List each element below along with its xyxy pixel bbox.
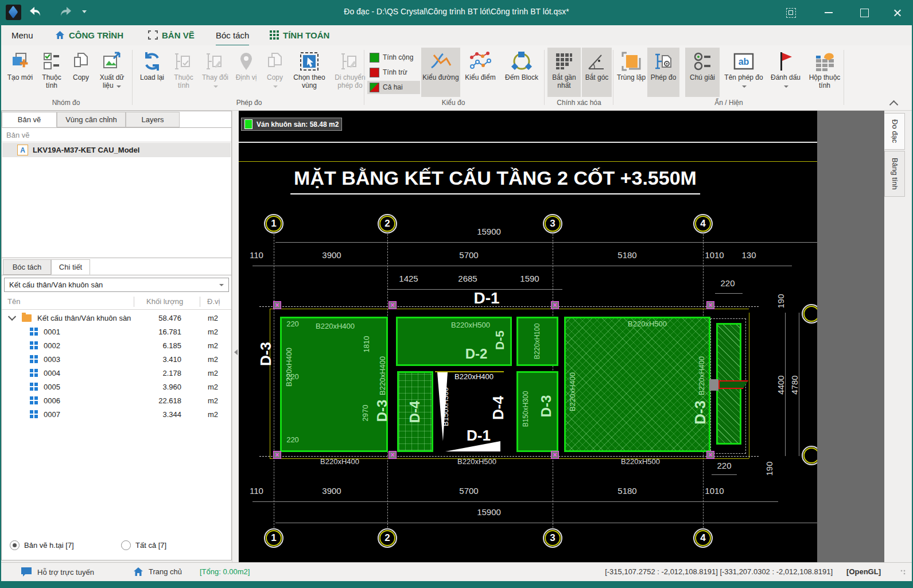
dim-label: 3900 bbox=[322, 250, 341, 260]
table-row[interactable]: 00026.185m2 bbox=[2, 338, 231, 352]
radio-tat-ca[interactable]: Tất cả [7] bbox=[121, 540, 166, 550]
copy-phep-do-button[interactable]: Copy bbox=[262, 48, 288, 97]
region-name: D-4 bbox=[489, 396, 507, 420]
menu-tab-menu[interactable]: Menu bbox=[11, 25, 33, 45]
ribbon-group-label: Phép đo bbox=[137, 99, 362, 107]
right-dock: Đo đạc Bảng tính bbox=[884, 111, 912, 562]
row-unit: m2 bbox=[208, 410, 218, 419]
total-readout: [Tổng: 0.00m2] bbox=[200, 567, 250, 576]
ca-hai-button[interactable]: Cả hai bbox=[367, 81, 420, 94]
dim-label: 5180 bbox=[617, 486, 636, 496]
tab-vung-can-chinh[interactable]: Vùng căn chỉnh bbox=[57, 112, 126, 127]
thuoc-tinh-nhom-button[interactable]: Thuộc tính bbox=[37, 48, 67, 97]
table-header: Tên Khối lượng Đ.vị bbox=[2, 295, 231, 310]
property-box-icon bbox=[814, 49, 836, 73]
tab-ban-ve[interactable]: Bản vẽ bbox=[2, 112, 57, 127]
table-row[interactable]: 000622.618m2 bbox=[2, 394, 231, 407]
row-name: 0006 bbox=[44, 396, 60, 405]
ribbon-group-phep-do: Load lại Thuộc tính Thay đổi Định vị Cop… bbox=[137, 48, 370, 97]
table-row[interactable]: 00073.344m2 bbox=[2, 407, 231, 421]
menu-bar: Menu CÔNG TRÌNH BẢN VẼ Bóc tách TÍNH TOÁ… bbox=[0, 25, 913, 46]
tinh-tru-button[interactable]: Tính trừ bbox=[367, 66, 420, 79]
ribbon-toolbar: Tạo mới Thuộc tính Copy Xuất dữ liệu Nhó… bbox=[0, 45, 913, 111]
dwg-file-icon: A bbox=[17, 145, 28, 155]
drawing-title: MẶT BẰNG KẾT CẤU TẦNG 2 CỐT +3.550M bbox=[290, 167, 700, 194]
table-row[interactable]: 00053.960m2 bbox=[2, 380, 231, 394]
bat-goc-button[interactable]: Bắt góc bbox=[582, 48, 612, 97]
snap-grid-icon bbox=[554, 49, 574, 73]
resize-grip[interactable] bbox=[900, 570, 907, 577]
menu-tab-ban-ve[interactable]: BẢN VẼ bbox=[148, 25, 195, 45]
drawing-list-header: Bản vẽ bbox=[2, 127, 231, 142]
tab-label: Đo đạc bbox=[891, 119, 899, 143]
measure-region-d3[interactable] bbox=[280, 317, 388, 452]
chon-theo-vung-button[interactable]: Chọn theo vùng bbox=[289, 48, 329, 97]
copy-nhom-button[interactable]: Copy bbox=[68, 48, 94, 97]
support-link[interactable]: Hỗ trợ trực tuyến bbox=[21, 567, 94, 577]
category-dropdown[interactable]: Kết cấu thân/Ván khuôn sàn bbox=[4, 278, 229, 292]
dim-label: 1590 bbox=[520, 274, 539, 283]
measure-tooltip: Ván khuôn sàn: 58.48 m2 bbox=[241, 118, 342, 131]
ab-label-icon: ab bbox=[732, 49, 755, 73]
tab-chi-tiet[interactable]: Chi tiết bbox=[51, 259, 90, 275]
xuat-du-lieu-button[interactable]: Xuất dữ liệu bbox=[95, 48, 129, 97]
beam-label: B220xH400 bbox=[697, 356, 706, 395]
measure-region-d3-large[interactable] bbox=[564, 317, 710, 452]
load-lai-button[interactable]: Load lại bbox=[137, 48, 168, 97]
row-qty: 6.185 bbox=[130, 341, 181, 350]
tab-bang-tinh[interactable]: Bảng tính bbox=[884, 151, 905, 197]
button-label: Chú giải bbox=[690, 73, 715, 81]
thay-doi-button[interactable]: Thay đổi bbox=[200, 48, 231, 97]
button-label: Copy bbox=[267, 73, 283, 89]
close-button[interactable] bbox=[885, 6, 908, 20]
kieu-diem-button[interactable]: Kiểu điểm bbox=[461, 48, 499, 97]
chu-giai-button[interactable]: Chú giải bbox=[685, 48, 720, 97]
home-link[interactable]: Trang chủ bbox=[133, 567, 182, 577]
legend-swatch-icon bbox=[244, 119, 252, 129]
ribbon-collapse-icon[interactable] bbox=[889, 100, 899, 110]
dem-block-button[interactable]: Đếm Block bbox=[500, 48, 543, 97]
bat-gan-nhat-button[interactable]: Bắt gần nhất bbox=[547, 48, 581, 97]
row-name: 0001 bbox=[44, 328, 60, 336]
splitter-collapse-icon[interactable] bbox=[234, 349, 238, 355]
maximize-button[interactable] bbox=[853, 6, 876, 20]
drawing-item-row[interactable]: A LKV19A-M37-KET CAU_Model bbox=[2, 143, 231, 157]
danh-dau-button[interactable]: Đánh dấu bbox=[768, 48, 803, 97]
row-name: 0005 bbox=[44, 383, 60, 391]
grid-icon bbox=[270, 30, 279, 40]
trung-lap-button[interactable]: Trùng lặp bbox=[616, 48, 646, 97]
app-window: Đo đạc - D:\QS Crystal\Công trình BT lót… bbox=[0, 0, 913, 588]
minimize-button[interactable] bbox=[817, 6, 840, 20]
fit-screen-button[interactable] bbox=[779, 6, 802, 20]
tab-do-dac[interactable]: Đo đạc bbox=[884, 113, 905, 150]
hop-thuoc-tinh-button[interactable]: Hộp thuộc tính bbox=[805, 48, 845, 97]
kieu-duong-button[interactable]: Kiểu đường bbox=[421, 48, 460, 97]
button-label: Tính cộng bbox=[383, 53, 413, 61]
region-name: D-4 bbox=[407, 401, 423, 423]
ribbon-group-label: Kiểu đo bbox=[367, 99, 539, 107]
cad-viewport[interactable]: Ván khuôn sàn: 58.48 m2 MẶT BẰNG KẾT CẤU… bbox=[239, 111, 817, 562]
table-row[interactable]: 000116.781m2 bbox=[2, 325, 231, 338]
tab-layers[interactable]: Layers bbox=[126, 112, 180, 127]
subtract-measure-swatch-icon bbox=[370, 68, 379, 77]
radio-ban-ve-hien-tai[interactable]: Bản vẽ h.tại [7] bbox=[10, 540, 74, 550]
thuoc-tinh-phep-do-button[interactable]: Thuộc tính bbox=[169, 48, 199, 97]
row-unit: m2 bbox=[208, 369, 218, 377]
snap-marker-icon: × bbox=[551, 301, 559, 309]
collapse-chevron-icon[interactable] bbox=[8, 313, 16, 321]
menu-tab-boc-tach[interactable]: Bóc tách bbox=[216, 25, 249, 46]
phep-do-toggle-button[interactable]: Phép đo bbox=[647, 48, 679, 97]
table-row[interactable]: 00033.410m2 bbox=[2, 352, 231, 366]
dinh-vi-button[interactable]: Định vị bbox=[232, 48, 261, 97]
tao-moi-button[interactable]: Tạo mới bbox=[5, 48, 36, 97]
menu-tab-tinh-toan[interactable]: TÍNH TOÁN bbox=[270, 25, 329, 45]
dim-label: 130 bbox=[741, 250, 756, 260]
measure-icon bbox=[30, 328, 38, 336]
tinh-cong-button[interactable]: Tính cộng bbox=[367, 51, 420, 64]
ten-phep-do-button[interactable]: ab Tên phép đo bbox=[721, 48, 767, 97]
tab-boc-tach[interactable]: Bóc tách bbox=[3, 259, 51, 275]
dropdown-value: Kết cấu thân/Ván khuôn sàn bbox=[9, 281, 103, 289]
table-row-root[interactable]: Kết cấu thân/Ván khuôn sàn 58.476 m2 bbox=[2, 311, 231, 325]
table-row[interactable]: 00042.178m2 bbox=[2, 366, 231, 380]
menu-tab-cong-trinh[interactable]: CÔNG TRÌNH bbox=[55, 25, 123, 45]
